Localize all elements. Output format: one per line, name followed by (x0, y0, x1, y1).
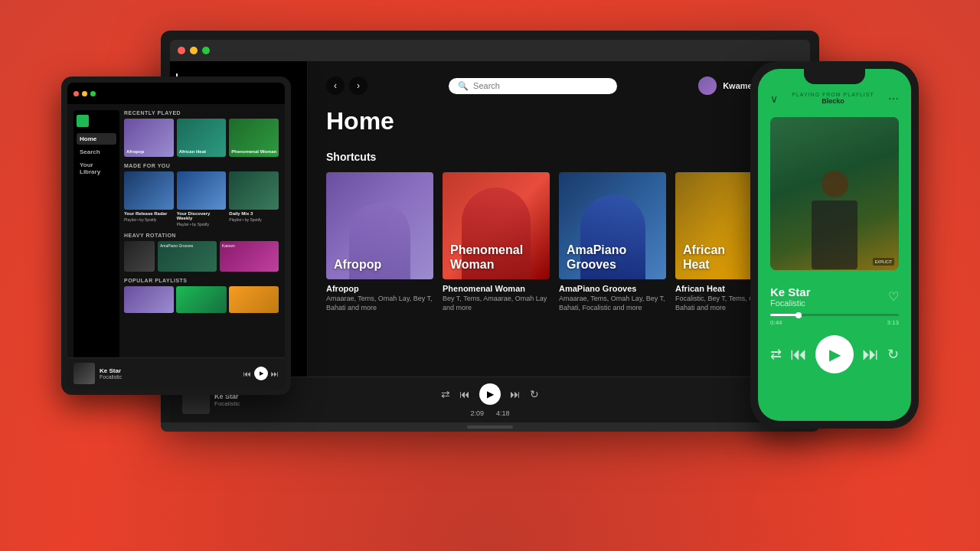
total-time: 4:18 (496, 409, 510, 417)
nav-buttons: ‹ › (326, 77, 368, 95)
tablet-mfy-label-2: Your Discovery Weekly (177, 211, 227, 220)
tablet-card-label-phenomenal: Phenomenal Woman (231, 149, 276, 155)
titlebar (170, 40, 810, 61)
next-button[interactable]: ⏭ (510, 388, 521, 400)
tablet-hr-amapiano[interactable]: AmaPiano Grooves (158, 241, 217, 272)
phone-total-time: 3:13 (887, 319, 899, 326)
phone-prev-button[interactable]: ⏮ (790, 344, 807, 364)
phone-current-time: 0:44 (770, 319, 782, 326)
shortcuts-title: Shortcuts (326, 151, 792, 163)
tablet-next-icon[interactable]: ⏭ (271, 370, 279, 378)
card-phenomenal[interactable]: PhenomenalWoman Phenomenal Woman Bey T, … (443, 172, 550, 312)
tablet-mfy-sub-2: Playlist • by Spotify (177, 222, 227, 227)
forward-button[interactable]: › (349, 77, 368, 95)
card-title-amapiano: AmaPiano Grooves (559, 284, 666, 293)
phone-shuffle-button[interactable]: ⇄ (770, 346, 782, 363)
main-header: ‹ › 🔍 Kwame Ikenye (326, 77, 792, 95)
phone-menu-icon[interactable]: ⋯ (888, 93, 899, 105)
tablet-player-controls: ⏮ ▶ ⏭ (243, 367, 279, 380)
card-title-phenomenal: Phenomenal Woman (443, 284, 550, 293)
tablet-player-artist: Focalistic (100, 374, 239, 380)
close-button[interactable] (178, 47, 185, 54)
phone-album-art: EXPLICIT (770, 117, 899, 270)
tablet-made-for-you-title: Made for You (124, 163, 279, 168)
maximize-button[interactable] (202, 47, 210, 54)
phone-chevron-down-icon[interactable]: ∨ (770, 93, 778, 105)
phone-playing-from: PLAYING FROM PLAYLIST (792, 92, 874, 97)
tablet-mfy-card-1[interactable]: Your Release Radar Playlist • by Spotify (124, 171, 174, 227)
current-time: 2:09 (470, 409, 484, 417)
tablet-mfy-sub-3: Playlist • by Spotify (229, 217, 279, 222)
tablet-card-label-afropop: Afropop (126, 149, 144, 155)
card-subtitle-amapiano: Amaarae, Tems, Omah Lay, Bey T, Bahati, … (559, 295, 666, 312)
phone-track-info: Ke Star Focalistic ♡ (758, 276, 911, 314)
tablet-player: Ke Star Focalistic ⏮ ▶ ⏭ (67, 357, 285, 389)
card-title-afropop: Afropop (326, 284, 433, 293)
phone-play-button[interactable]: ▶ (815, 335, 854, 373)
tablet-nav-search[interactable]: Search (77, 146, 116, 158)
tablet-mfy-label-3: Daily Mix 3 (229, 211, 279, 216)
phone-playlist-label: Blecko (792, 97, 874, 105)
phone-progress-bar[interactable] (770, 314, 899, 316)
tablet-hr-player[interactable] (124, 241, 155, 272)
card-amapiano[interactable]: AmaPianoGrooves AmaPiano Grooves Amaarae… (559, 172, 666, 312)
tablet-mfy-card-3[interactable]: Daily Mix 3 Playlist • by Spotify (229, 171, 279, 227)
tablet-play-button[interactable]: ▶ (254, 367, 268, 380)
tablet-sidebar: Home Search Your Library (74, 110, 119, 383)
tablet-nav-library[interactable]: Your Library (77, 159, 116, 178)
tablet-prev-icon[interactable]: ⏮ (243, 370, 251, 378)
repeat-button[interactable]: ↻ (530, 388, 539, 400)
tablet-popular-playlists: Popular playlists (124, 278, 279, 283)
card-afropop[interactable]: Afropop Afropop Amaarae, Tems, Omah Lay,… (326, 172, 433, 312)
now-playing-artist: Focalistic (214, 400, 240, 407)
tablet-player-art (74, 363, 95, 384)
card-overlay-afropop: Afropop (334, 257, 381, 272)
tablet-recently-played-title: Recently played (124, 110, 279, 116)
album-sticker: EXPLICIT (873, 258, 894, 266)
tablet-card-african[interactable]: African Heat (177, 119, 227, 157)
phone-track-artist: Focalistic (770, 298, 811, 308)
search-input[interactable] (473, 81, 608, 90)
phone-next-button[interactable]: ⏭ (862, 344, 879, 364)
search-bar: 🔍 (449, 78, 617, 94)
tablet-device: Home Search Your Library Recently played… (61, 77, 291, 395)
card-overlay-african: AfricanHeat (683, 243, 725, 272)
tablet-nav-home[interactable]: Home (77, 133, 116, 145)
search-icon: 🔍 (458, 81, 469, 91)
tablet-pop-3[interactable] (229, 286, 279, 313)
phone-device: ∨ PLAYING FROM PLAYLIST Blecko ⋯ (750, 61, 919, 429)
tablet-minimize[interactable] (82, 91, 87, 96)
cards-grid: Afropop Afropop Amaarae, Tems, Omah Lay,… (326, 172, 792, 312)
page-title: Home (326, 107, 792, 135)
tablet-player-title: Ke Star (100, 367, 239, 374)
prev-button[interactable]: ⏮ (459, 388, 470, 400)
card-overlay-amapiano: AmaPianoGrooves (567, 243, 626, 272)
phone-notch (804, 69, 865, 84)
tablet-close[interactable] (74, 91, 79, 96)
phone-track-title: Ke Star (770, 285, 811, 298)
phone-repeat-button[interactable]: ↻ (887, 346, 899, 363)
tablet-hr-katown[interactable]: Katown (220, 241, 279, 272)
tablet-header (67, 83, 285, 104)
card-subtitle-phenomenal: Bey T, Tems, Amaarae, Omah Lay and more (443, 295, 550, 312)
phone-controls: ⇄ ⏮ ▶ ⏭ ↻ (758, 326, 911, 383)
tablet-pop-2[interactable] (176, 286, 226, 313)
tablet-card-label-african: African Heat (179, 149, 206, 155)
tablet-card-afropop[interactable]: Afropop (124, 119, 174, 157)
phone-progress-area: 0:44 3:13 (758, 314, 911, 326)
tablet-mfy-card-2[interactable]: Your Discovery Weekly Playlist • by Spot… (177, 171, 227, 227)
minimize-button[interactable] (190, 47, 198, 54)
shuffle-button[interactable]: ⇄ (441, 388, 450, 400)
tablet-logo (77, 115, 89, 127)
tablet-pop-1[interactable] (124, 286, 174, 313)
tablet-mfy-label-1: Your Release Radar (124, 211, 174, 216)
phone-heart-icon[interactable]: ♡ (888, 289, 899, 304)
tablet-mfy-sub-1: Playlist • by Spotify (124, 217, 174, 222)
tablet-card-phenomenal[interactable]: Phenomenal Woman (229, 119, 279, 157)
back-button[interactable]: ‹ (326, 77, 345, 95)
main-content: ‹ › 🔍 Kwame Ikenye (308, 61, 810, 377)
card-subtitle-afropop: Amaarae, Tems, Omah Lay, Bey T, Bahati a… (326, 295, 433, 312)
tablet-maximize[interactable] (90, 91, 96, 96)
play-button[interactable]: ▶ (479, 383, 501, 405)
scene: Home Browse Radio YOUR LIBRARY ‹ › (38, 15, 942, 536)
